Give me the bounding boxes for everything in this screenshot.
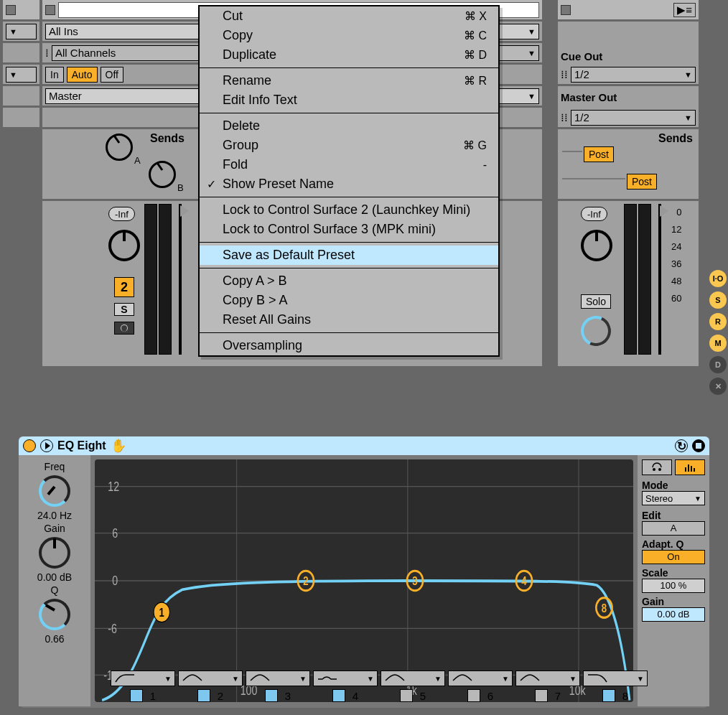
- adaptq-button[interactable]: On: [642, 550, 705, 564]
- device-play-icon[interactable]: [40, 439, 53, 452]
- master-pan-knob[interactable]: [581, 230, 612, 261]
- pan-knob[interactable]: [108, 230, 140, 261]
- outgain-value[interactable]: 0.00 dB: [642, 607, 705, 622]
- band-4-toggle[interactable]: [332, 689, 345, 702]
- menu-save-default-preset[interactable]: Save as Default Preset: [200, 246, 498, 265]
- band-1-shape[interactable]: [111, 670, 175, 686]
- svg-text:3: 3: [412, 575, 417, 588]
- vol-display[interactable]: -Inf: [108, 207, 135, 221]
- track-strip-master: ▶≡ Cue Out ⁞⁞1/2 Master Out ⁞⁞1/2 Sends …: [555, 0, 699, 402]
- menu-oversampling[interactable]: Oversampling: [200, 336, 498, 355]
- cue-out-dropdown[interactable]: 1/2: [571, 67, 696, 83]
- band-7-toggle[interactable]: [535, 689, 548, 702]
- monitor-auto-button[interactable]: Auto: [67, 67, 98, 83]
- svg-rect-31: [694, 468, 695, 472]
- svg-text:2: 2: [303, 575, 308, 588]
- q-value[interactable]: 0.66: [22, 633, 88, 645]
- master-vol-display[interactable]: -Inf: [581, 207, 607, 221]
- q-knob[interactable]: [39, 599, 70, 630]
- solo-button[interactable]: S: [114, 303, 134, 316]
- s-toggle[interactable]: S: [709, 291, 727, 309]
- menu-copy-a-b[interactable]: Copy A > B: [200, 271, 498, 291]
- x-toggle[interactable]: ✕: [709, 378, 727, 395]
- post-a-button[interactable]: Post: [584, 146, 614, 162]
- edit-ab-button[interactable]: A: [642, 521, 705, 536]
- menu-rename[interactable]: Rename⌘ R: [200, 71, 498, 90]
- cue-volume-knob[interactable]: [577, 312, 615, 350]
- menu-show-preset-name[interactable]: Show Preset Name: [200, 174, 498, 194]
- audition-icon[interactable]: [642, 459, 672, 475]
- band-6-shape[interactable]: [448, 670, 513, 686]
- band-2-shape[interactable]: [178, 670, 243, 686]
- dd-a1[interactable]: [6, 24, 37, 39]
- svg-text:1: 1: [159, 607, 164, 620]
- d-toggle[interactable]: D: [709, 356, 727, 373]
- menu-cut[interactable]: Cut⌘ X: [200, 6, 498, 26]
- menu-edit-info[interactable]: Edit Info Text: [200, 90, 498, 110]
- band-8-toggle[interactable]: [602, 689, 615, 702]
- hotswap-icon[interactable]: ↻: [675, 439, 688, 452]
- send-b-label: B: [177, 182, 184, 193]
- send-b-knob[interactable]: [149, 161, 176, 188]
- r-toggle[interactable]: R: [709, 313, 727, 330]
- master-fader-track[interactable]: [658, 204, 661, 355]
- band-2-toggle[interactable]: [197, 689, 210, 702]
- midi-icon: ⁞: [45, 47, 49, 60]
- db-scale: 01224 364860: [671, 207, 681, 310]
- band-6-toggle[interactable]: [467, 689, 480, 702]
- menu-copy[interactable]: Copy⌘ C: [200, 26, 498, 45]
- menu-fold[interactable]: Fold-: [200, 155, 498, 174]
- master-out-dropdown[interactable]: 1/2: [571, 110, 696, 126]
- menu-group[interactable]: Group⌘ G: [200, 136, 498, 155]
- band-4-shape[interactable]: [313, 670, 378, 686]
- band-7-shape[interactable]: [515, 670, 580, 686]
- menu-lock-surface-2[interactable]: Lock to Control Surface 2 (Launchkey Min…: [200, 200, 498, 220]
- band-8-shape[interactable]: [583, 670, 648, 686]
- io-toggle[interactable]: I·O: [709, 270, 727, 287]
- device-header[interactable]: EQ Eight ✋ ↻: [19, 436, 709, 455]
- fader-track[interactable]: [179, 204, 182, 355]
- eq-curve-display[interactable]: 1 2 3 4 8 12 6 0 -6 -12 100 1k: [95, 459, 633, 702]
- band-3-toggle[interactable]: [265, 689, 278, 702]
- mode-dropdown[interactable]: Stereo: [642, 491, 705, 505]
- band-5-toggle[interactable]: [400, 689, 413, 702]
- stop-icon[interactable]: [6, 5, 16, 15]
- menu-delete[interactable]: Delete: [200, 116, 498, 136]
- spectrum-icon[interactable]: [675, 459, 705, 475]
- menu-lock-surface-3[interactable]: Lock to Control Surface 3 (MPK mini): [200, 220, 498, 239]
- gain-knob[interactable]: [39, 537, 70, 569]
- svg-text:0: 0: [112, 574, 118, 588]
- band-5-shape[interactable]: [381, 670, 445, 686]
- m-toggle[interactable]: M: [709, 335, 727, 352]
- fader-handle[interactable]: [180, 205, 189, 217]
- stop-icon[interactable]: [561, 5, 571, 15]
- master-fader-handle[interactable]: [660, 205, 668, 217]
- freq-value[interactable]: 24.0 Hz: [22, 510, 88, 521]
- headphone-icon[interactable]: [114, 322, 134, 335]
- band-3-shape[interactable]: [246, 670, 310, 686]
- track-strip-a: [0, 0, 39, 402]
- menu-duplicate[interactable]: Duplicate⌘ D: [200, 45, 498, 65]
- send-a-knob[interactable]: [106, 134, 133, 161]
- save-preset-icon[interactable]: [692, 439, 705, 452]
- gain-value[interactable]: 0.00 dB: [22, 571, 88, 583]
- sends-master: Sends Post Post: [558, 129, 699, 201]
- device-on-button[interactable]: [23, 439, 36, 452]
- level-meter-l: [144, 204, 157, 355]
- menu-copy-b-a[interactable]: Copy B > A: [200, 291, 498, 310]
- solo-cue-button[interactable]: Solo: [581, 294, 611, 309]
- menu-reset-gains[interactable]: Reset All Gains: [200, 310, 498, 330]
- svg-rect-30: [691, 466, 692, 472]
- level-meter-r: [159, 204, 172, 355]
- monitor-off-button[interactable]: Off: [101, 67, 123, 83]
- post-b-button[interactable]: Post: [627, 174, 657, 190]
- play-transport-icon[interactable]: ▶≡: [673, 3, 696, 17]
- stop-icon[interactable]: [45, 5, 55, 15]
- q-label: Q: [22, 584, 88, 596]
- arm-button[interactable]: 2: [114, 277, 134, 297]
- band-1-toggle[interactable]: [130, 689, 143, 702]
- scale-value[interactable]: 100 %: [642, 579, 705, 593]
- monitor-in-button[interactable]: In: [45, 67, 64, 83]
- freq-knob[interactable]: [39, 475, 70, 507]
- dd-a2[interactable]: [6, 67, 37, 83]
